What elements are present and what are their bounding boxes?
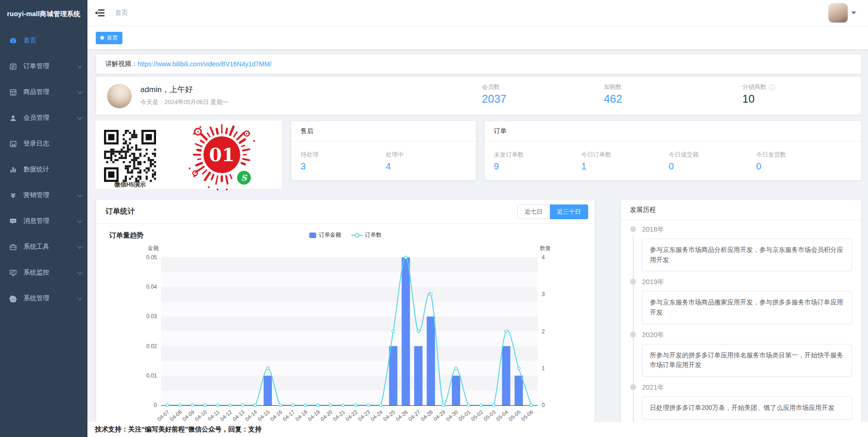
stat-label: 未发订单数	[494, 151, 572, 159]
video-banner-link[interactable]: https://www.bilibili.com/video/BV16N4y1d…	[138, 60, 272, 68]
stat-value: 0	[669, 161, 747, 172]
svg-text:0.02: 0.02	[146, 343, 157, 350]
stat-col: 今日发货数0	[747, 151, 834, 172]
timeline-year: 2018年	[642, 225, 852, 234]
aftersale-card: 售后 待处理3处理中4	[291, 121, 476, 181]
svg-text:0.03: 0.03	[146, 313, 157, 320]
sidebar-item-8[interactable]: 系统工具	[0, 234, 87, 260]
svg-text:04-28: 04-28	[420, 409, 434, 422]
qr-panel: 微信H5演示 01S	[96, 121, 282, 189]
svg-text:04-20: 04-20	[319, 409, 333, 422]
timeline-year: 2020年	[642, 330, 852, 339]
svg-text:04-14: 04-14	[244, 409, 259, 422]
order-statistics-title: 订单统计	[105, 207, 135, 216]
svg-text:3: 3	[542, 291, 545, 297]
stat-value: 9	[494, 161, 572, 172]
svg-text:04-26: 04-26	[395, 409, 409, 422]
chevron-down-icon[interactable]	[851, 12, 856, 14]
product-icon	[9, 88, 17, 96]
timeline-item: 2019年参与京东服务市场商品搬家应用开发，参与拼多多服务市场订单应用开发	[642, 277, 852, 324]
svg-text:04-24: 04-24	[370, 409, 384, 422]
chart-legend: 订单金额订单数	[96, 231, 595, 239]
marketing-icon: ¥	[9, 192, 17, 199]
svg-text:05-05: 05-05	[508, 409, 521, 422]
dashboard-icon	[9, 37, 17, 45]
timeline-year: 2021年	[642, 383, 852, 392]
sidebar-item-5[interactable]: 数据统计	[0, 157, 87, 182]
info-icon[interactable]: i	[769, 84, 775, 90]
sidebar-fold-icon[interactable]	[95, 9, 105, 17]
legend-item-count[interactable]: 订单数	[351, 231, 382, 239]
stats-icon	[9, 166, 17, 174]
svg-text:04-17: 04-17	[282, 409, 295, 422]
range-button-30d[interactable]: 近三十日	[550, 204, 588, 219]
timeline-text: 所参与开发的拼多多订单应用排名服务市场类目第一，开始快手服务市场订单应用开发	[642, 344, 852, 377]
sidebar-item-label: 数据统计	[23, 165, 49, 174]
sidebar-item-4[interactable]: 登录日志	[0, 131, 87, 157]
app-logo-title: ruoyi-mall商城管理系统	[0, 0, 87, 28]
legend-line-marker	[351, 233, 363, 238]
aftersale-stats: 待处理3处理中4	[291, 141, 476, 172]
wechat-h5-qrcode	[104, 130, 156, 182]
timeline-item: 2020年所参与开发的拼多多订单应用排名服务市场类目第一，开始快手服务市场订单应…	[642, 330, 852, 377]
svg-text:04-22: 04-22	[345, 409, 359, 422]
timeline-year: 2019年	[642, 277, 852, 286]
stat-col: 待处理3	[291, 151, 376, 172]
stat-value: 4	[386, 161, 462, 172]
greeting-name: admin，上午好	[140, 84, 193, 95]
svg-text:04-30: 04-30	[445, 409, 459, 422]
svg-text:04-08: 04-08	[169, 409, 183, 422]
svg-text:0.01: 0.01	[146, 373, 157, 379]
sidebar-menu: 首页订单管理商品管理会员管理登录日志数据统计¥营销管理消息管理系统工具系统监控系…	[0, 28, 87, 311]
sidebar-item-label: 系统工具	[23, 243, 49, 251]
stat-label: 待处理	[301, 151, 376, 159]
video-banner-label: 讲解视频：	[105, 60, 138, 68]
sidebar-item-10[interactable]: 系统管理	[0, 286, 87, 311]
legend-label: 订单金额	[319, 231, 341, 239]
sidebar-item-1[interactable]: 订单管理	[0, 53, 87, 79]
stat-col: 处理中4	[376, 151, 462, 172]
sidebar-item-7[interactable]: 消息管理	[0, 208, 87, 234]
svg-text:04-25: 04-25	[382, 409, 396, 422]
tools-icon	[9, 243, 17, 251]
sidebar-item-6[interactable]: ¥营销管理	[0, 182, 87, 208]
order-statistics-card: 订单统计 近七日近三十日 订单量趋势 订单金额订单数 金额数量00.010.02…	[96, 199, 595, 437]
stat-value: 3	[301, 161, 376, 172]
svg-text:04-15: 04-15	[257, 409, 271, 422]
tag-home[interactable]: 首页	[96, 32, 122, 44]
order-trend-chart[interactable]: 金额数量00.010.020.030.040.050123404-0704-08…	[105, 242, 586, 437]
app-root: ruoyi-mall商城管理系统 首页订单管理商品管理会员管理登录日志数据统计¥…	[0, 0, 868, 437]
sidebar-item-label: 订单管理	[23, 62, 49, 70]
sidebar-item-home[interactable]: 首页	[0, 28, 87, 53]
timeline-dot	[630, 226, 636, 232]
tags-view-bar: 首页	[87, 26, 868, 50]
range-button-group: 近七日近三十日	[517, 204, 588, 219]
stat-label: 加购数	[604, 83, 622, 91]
orders-card: 订单 未发订单数9今日订单数1今日成交额0今日发货数0	[484, 121, 862, 181]
sidebar-item-9[interactable]: 系统监控	[0, 260, 87, 286]
sidebar-item-label: 系统管理	[23, 294, 49, 303]
svg-text:04-16: 04-16	[269, 409, 283, 422]
settings-icon	[9, 295, 17, 303]
stat-value: 1	[581, 161, 660, 172]
svg-text:1: 1	[542, 365, 545, 372]
breadcrumb[interactable]: 首页	[115, 9, 128, 17]
svg-text:05-02: 05-02	[470, 409, 484, 422]
chevron-down-icon	[77, 269, 82, 274]
svg-text:04-09: 04-09	[181, 409, 195, 422]
user-avatar[interactable]	[828, 3, 848, 23]
timeline-text: 日处理拼多多订单200万条，开始美团、饿了么应用市场应用开发	[642, 396, 852, 420]
timeline-dot	[630, 384, 636, 390]
svg-text:04-19: 04-19	[307, 409, 321, 422]
sidebar-item-3[interactable]: 会员管理	[0, 105, 87, 131]
svg-text:04-21: 04-21	[332, 409, 346, 422]
order-statistics-header: 订单统计 近七日近三十日	[96, 200, 595, 224]
svg-text:04-23: 04-23	[357, 409, 371, 422]
stat-label: 今日成交额	[669, 151, 747, 159]
stat-label: 分销商数	[742, 83, 766, 91]
legend-item-amount[interactable]: 订单金额	[309, 231, 341, 239]
footer-text: 技术支持：关注“编写美好前程”微信公众号，回复：支持	[95, 425, 262, 434]
range-button-7d[interactable]: 近七日	[517, 204, 550, 219]
sidebar-item-2[interactable]: 商品管理	[0, 79, 87, 105]
order-icon	[9, 63, 17, 70]
